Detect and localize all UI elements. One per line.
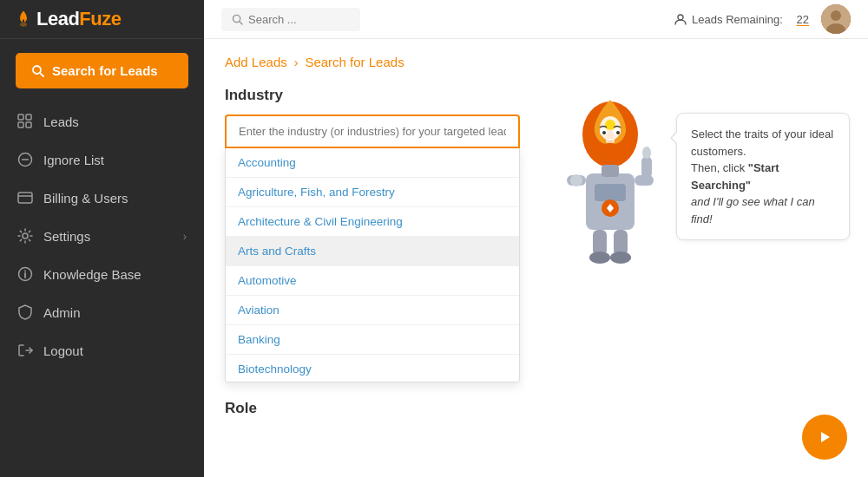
svg-point-41 <box>589 252 610 264</box>
logo-text: LeadFuze <box>36 8 121 30</box>
mascot-speech-bubble: Select the traits of your ideal customer… <box>676 113 850 240</box>
sidebar: LeadFuze Search for Leads Leads <box>0 0 204 477</box>
svg-rect-31 <box>602 165 619 177</box>
shield-icon <box>17 304 33 320</box>
content-area: Add Leads › Search for Leads Industry Ac… <box>204 39 868 477</box>
info-circle-icon <box>17 266 33 282</box>
logout-icon <box>17 343 33 358</box>
credit-card-icon <box>17 190 33 206</box>
main-area: Leads Remaining: 22 Add Leads › Search f… <box>204 0 868 477</box>
svg-line-17 <box>240 21 242 23</box>
svg-point-28 <box>602 131 606 134</box>
topbar-search-input[interactable] <box>248 13 344 26</box>
industry-input[interactable] <box>225 114 520 148</box>
dropdown-item[interactable]: Biotechnology <box>226 355 519 382</box>
topbar-right: Leads Remaining: 22 <box>674 4 851 34</box>
leads-remaining: Leads Remaining: 22 <box>674 13 809 26</box>
sidebar-nav: Leads Ignore List Billing & Users Settin… <box>0 102 204 369</box>
sidebar-item-leads[interactable]: Leads <box>0 102 204 140</box>
role-section-label: Role <box>225 400 520 417</box>
svg-point-38 <box>570 174 582 186</box>
svg-rect-6 <box>26 122 31 127</box>
gear-icon <box>17 228 33 244</box>
user-icon <box>674 13 687 25</box>
search-for-leads-button[interactable]: Search for Leads <box>16 53 188 88</box>
sidebar-item-logout[interactable]: Logout <box>0 331 204 369</box>
sidebar-item-settings[interactable]: Settings › <box>0 217 204 255</box>
svg-rect-32 <box>595 184 626 201</box>
mascot-area: Select the traits of your ideal customer… <box>558 87 850 350</box>
settings-arrow: › <box>183 230 187 243</box>
svg-rect-36 <box>641 156 652 179</box>
avatar-image <box>821 4 851 34</box>
sidebar-item-ignore-list[interactable]: Ignore List <box>0 140 204 179</box>
svg-rect-24 <box>606 139 615 143</box>
svg-line-2 <box>40 73 43 76</box>
svg-rect-9 <box>18 193 32 203</box>
avatar[interactable] <box>821 4 851 34</box>
flame-icon <box>14 10 33 29</box>
mascot-svg <box>558 87 662 347</box>
svg-point-29 <box>616 131 620 134</box>
svg-point-18 <box>678 15 683 20</box>
sidebar-item-knowledge-base[interactable]: Knowledge Base <box>0 255 204 293</box>
svg-point-37 <box>642 147 651 159</box>
svg-point-42 <box>610 252 631 264</box>
logo-area: LeadFuze <box>0 0 204 39</box>
breadcrumb-parent[interactable]: Add Leads <box>225 55 287 69</box>
svg-rect-4 <box>26 114 31 120</box>
dropdown-item[interactable]: Banking <box>226 325 519 355</box>
sidebar-item-billing-users[interactable]: Billing & Users <box>0 179 204 217</box>
form-section: Industry AccountingAgriculture, Fish, an… <box>225 87 520 428</box>
topbar-search-wrapper[interactable] <box>221 8 360 31</box>
svg-point-11 <box>23 233 28 238</box>
grid-icon <box>17 114 33 129</box>
svg-point-20 <box>831 10 841 21</box>
role-section: Role <box>225 400 520 417</box>
dropdown-item[interactable]: Aviation <box>226 296 519 325</box>
industry-section-label: Industry <box>225 87 520 104</box>
topbar-search-icon <box>232 14 243 25</box>
industry-dropdown: AccountingAgriculture, Fish, and Forestr… <box>225 148 520 382</box>
search-icon <box>31 64 45 78</box>
mascot-figure <box>558 87 662 350</box>
play-icon <box>817 429 832 445</box>
sidebar-item-admin[interactable]: Admin <box>0 293 204 331</box>
svg-point-0 <box>20 23 27 27</box>
topbar: Leads Remaining: 22 <box>204 0 868 39</box>
dropdown-item[interactable]: Architecture & Civil Engineering <box>226 207 519 237</box>
svg-rect-3 <box>18 114 23 120</box>
breadcrumb-current: Search for Leads <box>305 55 404 69</box>
dropdown-item[interactable]: Arts and Crafts <box>226 237 519 266</box>
circle-minus-icon <box>17 152 33 167</box>
breadcrumb-separator: › <box>294 56 299 69</box>
svg-rect-5 <box>18 122 23 127</box>
content-body: Industry AccountingAgriculture, Fish, an… <box>225 87 847 428</box>
breadcrumb: Add Leads › Search for Leads <box>225 55 847 69</box>
dropdown-item[interactable]: Automotive <box>226 266 519 296</box>
svg-point-14 <box>24 271 26 272</box>
svg-point-25 <box>605 120 615 130</box>
start-searching-button[interactable] <box>802 415 847 460</box>
industry-input-wrapper: AccountingAgriculture, Fish, and Forestr… <box>225 114 520 382</box>
dropdown-item[interactable]: Agriculture, Fish, and Forestry <box>226 178 519 207</box>
dropdown-item[interactable]: Accounting <box>226 148 519 178</box>
